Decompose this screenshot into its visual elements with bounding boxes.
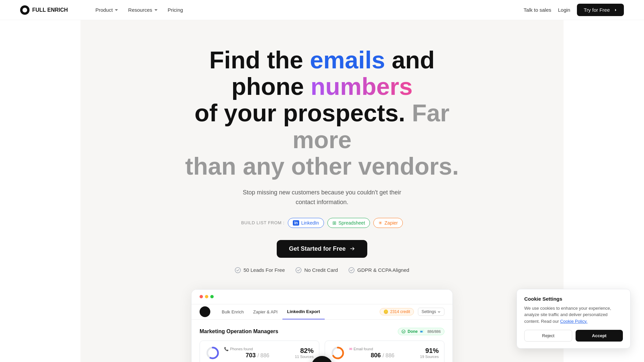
settings-label: Settings <box>422 309 436 314</box>
hero-description: Stop missing new customers because you c… <box>238 188 406 207</box>
svg-point-3 <box>349 267 354 273</box>
phones-donut <box>205 346 220 360</box>
phones-stat-info: 📞 Phones found 703 / 886 <box>224 347 291 359</box>
cookie-reject-button[interactable]: Reject <box>524 330 572 342</box>
build-list-label: BUILD LIST FROM : <box>241 220 284 225</box>
credit-label: 2314 credit <box>390 309 410 314</box>
dash-nav-right: 🪙 2314 credit Settings <box>380 308 444 316</box>
svg-point-2 <box>296 267 301 273</box>
checks-row: 50 Leads For Free No Credit Card GDPR & … <box>94 267 550 273</box>
nav-resources[interactable]: Resources <box>125 5 162 15</box>
email-donut <box>330 346 345 360</box>
title-numbers: numbers <box>304 73 413 100</box>
logo-text: FULL ENRICH <box>32 7 68 13</box>
cookie-description: We use cookies to enhance your experienc… <box>524 305 623 325</box>
window-dot-red <box>200 295 203 298</box>
nav-product[interactable]: Product <box>92 5 122 15</box>
tag-linkedin[interactable]: in LinkedIn <box>288 218 324 228</box>
build-list-row: BUILD LIST FROM : in LinkedIn ⊞ Spreadsh… <box>94 218 550 228</box>
dash-nav-linkedin[interactable]: LinkedIn Export <box>282 304 325 319</box>
linkedin-icon: in <box>293 220 299 226</box>
zapier-icon: ✳ <box>378 220 382 226</box>
cookie-banner: Cookie Settings We use cookies to enhanc… <box>517 289 631 349</box>
dashboard-preview: Bulk Enrich Zapier & API LinkedIn Export… <box>191 289 453 362</box>
spreadsheet-icon: ⊞ <box>332 220 336 226</box>
phones-stat-card: 📞 Phones found 703 / 886 82% 11 Sources <box>200 341 319 362</box>
title-emails: emails <box>310 47 385 73</box>
dash-logo <box>200 306 210 317</box>
title-mid: and <box>385 47 435 73</box>
title-phone: phone <box>231 73 304 100</box>
dashboard-topbar <box>192 290 452 304</box>
navbar: FULL ENRICH Product Resources Pricing Ta… <box>0 0 644 20</box>
credit-icon: 🪙 <box>383 309 388 314</box>
phones-label: 📞 Phones found <box>224 347 291 351</box>
get-started-button[interactable]: Get Started for Free <box>277 240 367 258</box>
login-link[interactable]: Login <box>558 7 571 13</box>
check-gdpr: GDPR & CCPA Aligned <box>348 267 409 273</box>
try-for-free-button[interactable]: Try for Free <box>577 4 624 16</box>
cookie-policy-link[interactable]: Cookie Policy. <box>560 319 587 324</box>
check-no-credit: No Credit Card <box>296 267 338 273</box>
window-dot-yellow <box>205 295 208 298</box>
dash-title-row: Marketing Operation Managers Done 👥 886/… <box>200 328 444 335</box>
done-label: Done <box>408 329 418 334</box>
logo-icon <box>20 5 30 15</box>
svg-point-1 <box>235 267 240 273</box>
email-right: 91% 19 Sources <box>420 347 439 359</box>
done-count-text: 886/886 <box>427 329 441 334</box>
svg-text:👥: 👥 <box>420 330 423 333</box>
cookie-buttons: Reject Accept <box>524 330 623 342</box>
list-title: Marketing Operation Managers <box>200 328 278 335</box>
dash-nav-bulk[interactable]: Bulk Enrich <box>217 304 249 319</box>
check-leads: 50 Leads For Free <box>235 267 285 273</box>
phones-right: 82% 11 Sources <box>295 347 314 359</box>
title-line4: than any other vendors. <box>185 153 459 180</box>
email-stat-info: ✉ Email found 806 / 886 <box>349 347 416 359</box>
tag-zapier[interactable]: ✳ Zapier <box>373 218 403 228</box>
svg-point-4 <box>402 330 405 333</box>
dashboard-nav: Bulk Enrich Zapier & API LinkedIn Export… <box>192 304 452 320</box>
credit-badge: 🪙 2314 credit <box>380 308 414 315</box>
email-label: ✉ Email found <box>349 347 416 351</box>
done-count: 👥 <box>420 329 425 334</box>
hero-section: Find the emails and phone numbers of you… <box>80 20 564 362</box>
nav-left: FULL ENRICH Product Resources Pricing <box>20 5 186 15</box>
talk-to-sales[interactable]: Talk to sales <box>524 7 551 13</box>
window-dot-green <box>210 295 214 298</box>
title-line2: of your prospects. <box>195 100 405 126</box>
nav-links: Product Resources Pricing <box>92 5 186 15</box>
phones-number: 703 / 886 <box>224 352 291 359</box>
svg-point-0 <box>22 8 27 12</box>
dash-nav-zapier[interactable]: Zapier & API <box>249 304 282 319</box>
cookie-accept-button[interactable]: Accept <box>576 330 623 342</box>
email-stat-card: ✉ Email found 806 / 886 91% 19 Sources <box>325 341 444 362</box>
nav-pricing[interactable]: Pricing <box>164 5 186 15</box>
cookie-title: Cookie Settings <box>524 296 623 302</box>
logo[interactable]: FULL ENRICH <box>20 5 68 15</box>
email-number: 806 / 886 <box>349 352 416 359</box>
nav-right: Talk to sales Login Try for Free <box>524 4 624 16</box>
tag-spreadsheet[interactable]: ⊞ Spreadsheet <box>327 218 370 228</box>
title-prefix: Find the <box>209 47 310 73</box>
done-badge: Done 👥 886/886 <box>398 328 444 335</box>
settings-button[interactable]: Settings <box>418 308 444 316</box>
hero-title: Find the emails and phone numbers of you… <box>171 47 473 180</box>
